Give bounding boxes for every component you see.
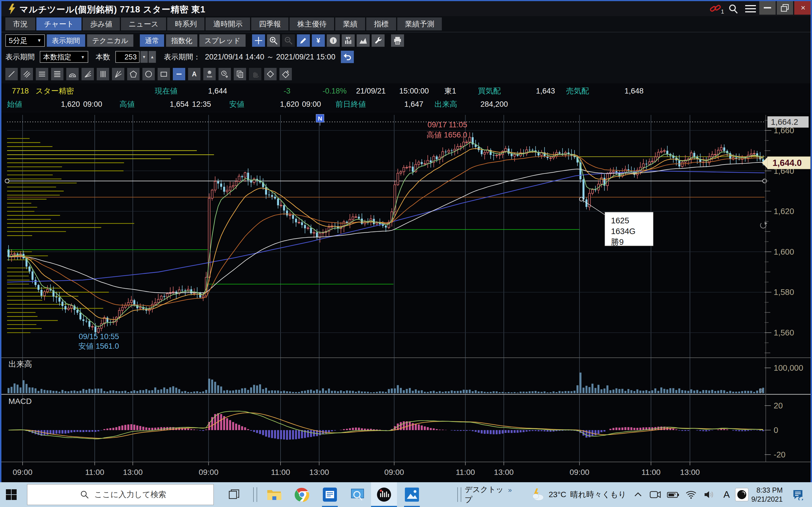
yen-icon[interactable]: ¥ [312, 34, 325, 47]
angle-lines-icon[interactable] [112, 68, 124, 80]
restore-button[interactable] [777, 1, 793, 15]
copy-pages-icon[interactable] [234, 68, 246, 80]
window-border-top [0, 0, 812, 1]
text-icon[interactable]: A [188, 68, 200, 80]
info-icon[interactable]: i [327, 34, 340, 47]
menu-icon[interactable] [745, 4, 756, 15]
search-icon [80, 490, 89, 499]
tray-hidden-icons-icon[interactable] [630, 482, 646, 507]
tab-業績[interactable]: 業績 [335, 17, 365, 31]
icon-stamp-icon[interactable]: icon [203, 68, 216, 80]
close-button[interactable]: × [794, 1, 812, 15]
zoom-in-icon[interactable] [267, 34, 280, 47]
rectangle-icon[interactable] [158, 68, 170, 80]
taskbar-app-chrome[interactable] [289, 482, 315, 507]
chart-canvas[interactable]: 09/17 11:05高値 1656.009/15 10:55安値 1561.0… [0, 113, 812, 482]
start-button[interactable] [0, 482, 22, 507]
weather-temp: 23°C [549, 490, 566, 499]
eraser-icon[interactable] [264, 68, 276, 80]
toolbar-button-スプレッド[interactable]: スプレッド [199, 34, 246, 47]
tab-株主優待[interactable]: 株主優待 [290, 17, 334, 31]
trendline-icon[interactable] [5, 68, 18, 80]
tab-指標[interactable]: 指標 [366, 17, 396, 31]
clock[interactable]: 8:33 PM 9/21/2021 [749, 482, 783, 507]
my-chart-icon[interactable]: MY [342, 34, 355, 47]
timeframe-select[interactable]: 5分足 ▼ [5, 34, 45, 47]
quote-field: -3 [284, 84, 290, 98]
svg-text:09/17 11:05: 09/17 11:05 [427, 121, 467, 129]
count-up-button[interactable]: ▲ [149, 51, 156, 63]
tab-チャート[interactable]: チャート [36, 17, 82, 31]
tray-volume-icon[interactable] [701, 482, 717, 507]
svg-text:A: A [287, 70, 289, 74]
taskbar-app-photos[interactable] [399, 482, 425, 507]
fan-lines-icon[interactable] [82, 68, 94, 80]
volume-label: 出来高 [8, 360, 32, 369]
pentagon-icon[interactable] [127, 68, 140, 80]
tray-ime-mode-icon[interactable] [733, 482, 750, 507]
hlines4-icon[interactable] [51, 68, 63, 80]
svg-text:1634G: 1634G [611, 227, 636, 236]
taskbar-app-mail[interactable] [317, 482, 343, 507]
toolbar-button-通常[interactable]: 通常 [140, 34, 164, 47]
eraser-all-icon[interactable]: A [280, 68, 292, 80]
taskbar-app-snip[interactable] [345, 482, 371, 507]
tab-業績予測[interactable]: 業績予測 [397, 17, 442, 31]
crosshair-icon[interactable] [252, 34, 265, 47]
fibonacci-arc-icon[interactable] [66, 68, 79, 80]
tray-ime-a-icon[interactable]: A [718, 482, 735, 507]
tray-wifi-icon[interactable] [683, 482, 699, 507]
vlines-icon[interactable] [97, 68, 109, 80]
chevron-expand-icon[interactable]: » [508, 486, 512, 494]
parallel-lines-icon[interactable] [20, 68, 33, 80]
print-icon[interactable] [391, 34, 404, 47]
x-gridlines [22, 115, 690, 462]
count-input[interactable]: 253 [115, 51, 140, 63]
minimize-button[interactable] [759, 1, 776, 15]
svg-text:09/15 10:55: 09/15 10:55 [79, 332, 119, 341]
taskbar-app-file-explorer[interactable] [261, 482, 287, 507]
taskbar-search-input[interactable]: ここに入力して検索 [27, 484, 214, 505]
area-chart-icon[interactable] [357, 34, 370, 47]
quote-field: 21/09/21 [356, 84, 386, 98]
toolbar-button-テクニカル[interactable]: テクニカル [87, 34, 133, 47]
svg-text:0: 0 [774, 426, 778, 435]
tab-市況[interactable]: 市況 [5, 17, 35, 31]
running-indicator [404, 506, 420, 507]
time-arrow-icon[interactable] [218, 68, 231, 80]
quote-field: 09:00 [83, 98, 102, 111]
tab-適時開示[interactable]: 適時開示 [206, 17, 250, 31]
tray-meet-now-icon[interactable] [647, 482, 664, 507]
tray-battery-icon[interactable] [665, 482, 681, 507]
link-icon[interactable] [709, 3, 721, 15]
wrench-icon[interactable] [371, 34, 385, 47]
ellipse-icon[interactable] [142, 68, 155, 80]
count-mode-select[interactable]: 本数指定 ▼ [40, 51, 88, 63]
action-center-button[interactable] [788, 482, 808, 507]
drawn-lines[interactable] [5, 122, 767, 284]
count-label: 本数 [96, 52, 110, 62]
taskbar-grip[interactable] [457, 487, 461, 502]
tab-ニュース[interactable]: ニュース [121, 17, 166, 31]
pencil-icon[interactable] [297, 34, 310, 47]
quote-field: 7718 [12, 84, 29, 98]
tab-四季報[interactable]: 四季報 [251, 17, 289, 31]
tab-時系列[interactable]: 時系列 [167, 17, 204, 31]
toolbar-button-指数化[interactable]: 指数化 [166, 34, 197, 47]
desktop-toolbar[interactable]: デスクトップ [465, 482, 507, 507]
search-icon[interactable] [728, 3, 739, 16]
tab-歩み値[interactable]: 歩み値 [83, 17, 120, 31]
toolbar-button-表示期間[interactable]: 表示期間 [47, 34, 85, 47]
task-view-button[interactable] [223, 482, 245, 507]
quote-field: 12:35 [192, 98, 211, 111]
axis-reset-icon[interactable] [760, 222, 767, 228]
reset-period-button[interactable] [341, 51, 354, 63]
quote-field: 出来高 [435, 98, 457, 111]
price-axis: 1,5601,5801,6001,6201,6401,6601,664.21,6… [760, 116, 810, 353]
hsegment-icon[interactable] [173, 68, 185, 80]
taskbar-app-trading-app[interactable] [371, 482, 397, 507]
taskbar-grip[interactable] [253, 487, 257, 502]
svg-text:13:00: 13:00 [309, 468, 329, 476]
count-down-button[interactable]: ▼ [140, 51, 148, 63]
hlines3-icon[interactable] [36, 68, 48, 80]
